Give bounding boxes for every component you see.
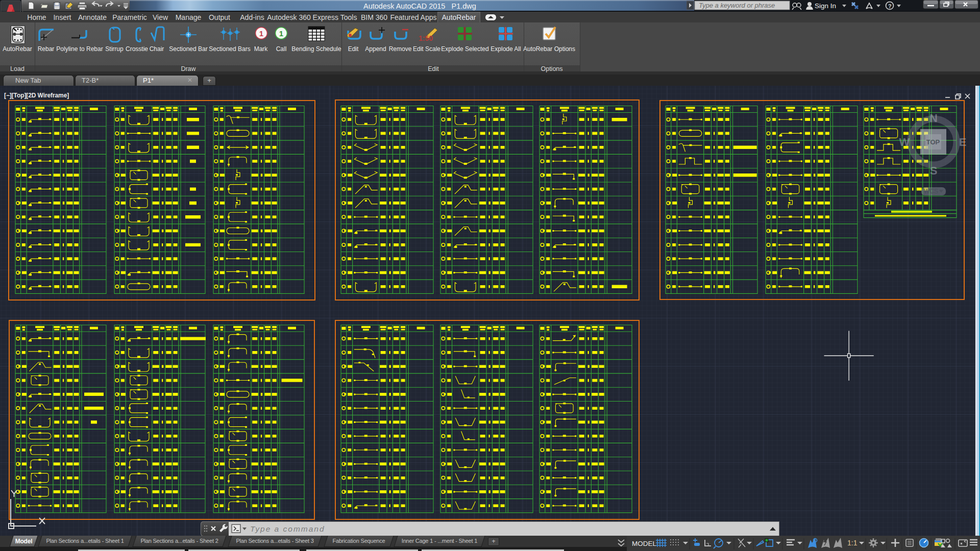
svg-text:S: S bbox=[930, 164, 938, 177]
svg-text:?: ? bbox=[888, 3, 892, 9]
svg-text:TOP: TOP bbox=[926, 138, 940, 146]
svg-text:1: 1 bbox=[279, 29, 283, 38]
svg-text:Type a keyword or phrase: Type a keyword or phrase bbox=[699, 2, 775, 9]
svg-text:Type a command: Type a command bbox=[250, 524, 325, 533]
svg-text:W: W bbox=[899, 136, 910, 148]
svg-text:N: N bbox=[929, 112, 938, 124]
svg-text:[−][Top][2D Wireframe]: [−][Top][2D Wireframe] bbox=[4, 92, 69, 99]
svg-text:1:50: 1:50 bbox=[419, 34, 433, 42]
svg-text:1: 1 bbox=[259, 29, 263, 38]
svg-text:1:1: 1:1 bbox=[847, 539, 857, 547]
svg-text:Sign In: Sign In bbox=[815, 2, 836, 10]
svg-text:MODEL: MODEL bbox=[632, 540, 657, 547]
svg-text:E: E bbox=[959, 136, 967, 148]
svg-text:WCS: WCS bbox=[924, 188, 938, 195]
